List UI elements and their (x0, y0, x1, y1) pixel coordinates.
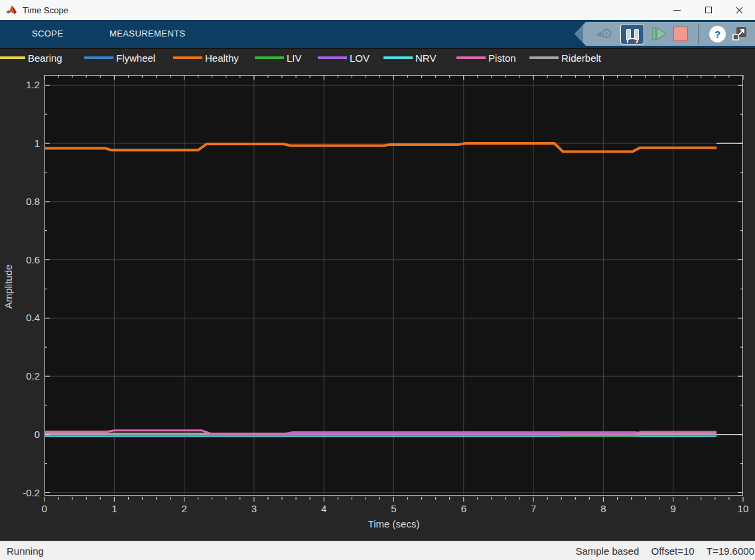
legend-swatch-liv (255, 56, 284, 59)
x-axis-label: Time (secs) (44, 518, 743, 529)
minimize-button[interactable] (661, 0, 693, 20)
status-sample-mode: Sample based (575, 545, 639, 557)
x-tick-label: 2 (168, 503, 201, 514)
plot-canvas[interactable] (44, 75, 743, 496)
popout-button[interactable] (732, 26, 748, 42)
legend-item-flywheel[interactable]: Flywheel (84, 49, 155, 66)
legend-item-riderbelt[interactable]: Riderbelt (529, 49, 601, 66)
simulate-settings-button[interactable]: ◀ ⚙ (594, 27, 614, 41)
maximize-icon (705, 7, 712, 13)
close-button[interactable] (724, 0, 755, 20)
status-running: Running (7, 545, 44, 557)
legend-swatch-healthy (173, 56, 202, 59)
tab-scope[interactable]: SCOPE (32, 20, 64, 48)
close-icon (735, 6, 744, 15)
x-tick-label: 6 (447, 503, 480, 514)
legend-swatch-riderbelt (529, 56, 559, 59)
legend-item-piston[interactable]: Piston (456, 49, 516, 66)
legend-label: Flywheel (116, 52, 155, 64)
step-forward-icon (650, 25, 667, 42)
toolstrip: SCOPE MEASUREMENTS ◀ ⚙ ? (0, 20, 755, 48)
plot-region: Amplitude Time (secs) -0.200.20.40.60.81… (0, 66, 755, 541)
legend-swatch-piston (456, 56, 486, 59)
x-tick-label: 9 (657, 503, 690, 514)
legend-label: LOV (350, 52, 370, 64)
simulation-controls: ◀ ⚙ ? (575, 22, 755, 46)
status-bar: Running Sample based Offset=10 T=19.6000 (0, 541, 755, 560)
tab-measurements[interactable]: MEASUREMENTS (109, 20, 186, 48)
y-tick-label: 0.6 (0, 254, 40, 265)
legend-label: Piston (488, 52, 516, 64)
legend-label: Healthy (205, 52, 239, 64)
y-tick-label: 1 (0, 137, 40, 149)
legend-label: NRV (415, 52, 436, 64)
legend-item-healthy[interactable]: Healthy (173, 49, 239, 66)
status-time: T=19.6000 (707, 545, 754, 557)
y-tick-label: 0.2 (0, 370, 40, 382)
maximize-button[interactable] (693, 0, 724, 20)
x-tick-label: 7 (517, 503, 550, 514)
legend-item-lov[interactable]: LOV (318, 49, 370, 66)
gear-icon: ⚙ (600, 27, 613, 41)
legend-bar: BearingFlywheelHealthyLIVLOVNRVPistonRid… (0, 48, 755, 66)
status-offset: Offset=10 (651, 545, 694, 557)
gauge-icon (627, 38, 638, 43)
legend-swatch-flywheel (84, 56, 113, 59)
legend-label: Bearing (28, 52, 62, 64)
x-tick-label: 5 (378, 503, 411, 514)
title-bar[interactable]: Time Scope (0, 0, 755, 20)
x-tick-label: 0 (28, 503, 61, 514)
legend-swatch-nrv (383, 56, 413, 59)
x-tick-label: 3 (238, 503, 271, 514)
y-tick-label: 0 (0, 429, 40, 440)
banner-arrow-tip (575, 22, 583, 46)
matlab-logo-icon (5, 4, 17, 16)
pause-button[interactable] (620, 24, 644, 44)
legend-label: Riderbelt (561, 52, 601, 64)
legend-item-bearing[interactable]: Bearing (0, 49, 62, 66)
x-tick-label: 8 (586, 503, 620, 514)
time-scope-window: Time Scope SCOPE MEASUREMENTS ◀ ⚙ (0, 0, 755, 560)
stop-button[interactable] (673, 27, 688, 41)
help-icon: ? (715, 29, 721, 40)
y-tick-label: -0.2 (0, 487, 40, 498)
legend-swatch-lov (318, 56, 347, 59)
popout-icon (732, 26, 748, 42)
y-tick-label: 1.2 (0, 79, 40, 90)
legend-item-nrv[interactable]: NRV (383, 49, 436, 66)
toolbar-separator (698, 25, 699, 44)
help-button[interactable]: ? (709, 26, 726, 42)
window-title: Time Scope (23, 5, 68, 15)
legend-item-liv[interactable]: LIV (255, 49, 302, 66)
x-tick-label: 10 (726, 503, 755, 514)
step-forward-button[interactable] (650, 25, 667, 42)
legend-swatch-bearing (0, 56, 25, 59)
x-tick-label: 4 (307, 503, 340, 514)
legend-label: LIV (287, 52, 302, 64)
minimize-icon (673, 10, 681, 11)
y-tick-label: 0.8 (0, 196, 40, 207)
y-tick-label: 0.4 (0, 312, 40, 323)
x-tick-label: 1 (98, 503, 131, 514)
